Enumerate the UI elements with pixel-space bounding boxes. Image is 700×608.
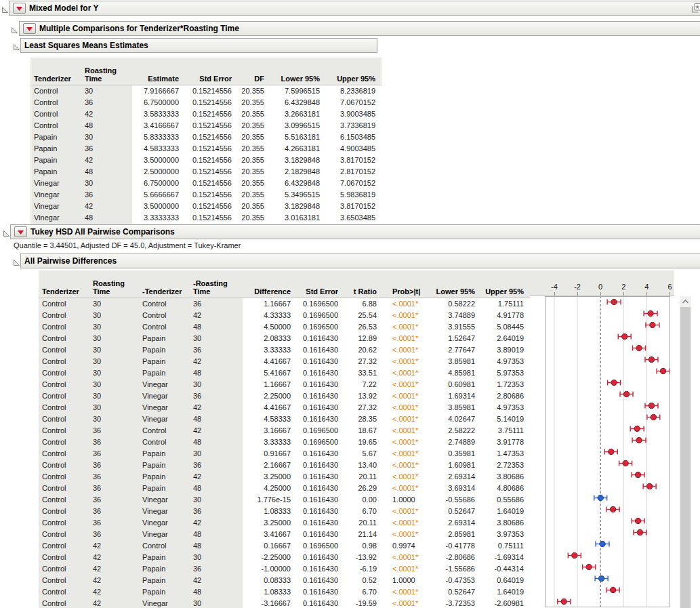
column-header[interactable]: Std Error: [185, 58, 238, 85]
difference-marker[interactable]: [651, 414, 656, 420]
disclosure-triangle-icon[interactable]: [13, 257, 20, 264]
table-row[interactable]: Vinegar483.33333330.1521455620.3553.0163…: [30, 212, 382, 224]
table-row[interactable]: Control36Vinegar301.776e-150.16164300.00…: [39, 494, 530, 506]
outline-bar-ls-means[interactable]: Least Squares Means Estimates: [20, 38, 377, 53]
column-header[interactable]: -Tenderizer: [139, 270, 190, 298]
table-row[interactable]: Control30Control424.333330.169650025.54<…: [39, 310, 530, 321]
table-row[interactable]: Control36Vinegar423.250000.161643020.11<…: [39, 517, 530, 529]
table-row[interactable]: Control42Papain420.083330.16164300.521.0…: [39, 575, 530, 586]
table-row[interactable]: Vinegar306.75000000.1521455620.3556.4329…: [30, 178, 382, 189]
scrollbar-up-button[interactable]: [680, 296, 691, 306]
column-header[interactable]: Tenderizer: [39, 270, 89, 298]
difference-marker[interactable]: [637, 529, 642, 535]
table-row[interactable]: Control30Papain363.333330.161643020.62<.…: [39, 344, 530, 356]
table-row[interactable]: Control30Control361.166670.16965006.88<.…: [39, 298, 530, 310]
column-header[interactable]: Upper 95%: [481, 270, 530, 298]
disclosure-triangle-icon[interactable]: [3, 228, 10, 235]
difference-marker[interactable]: [622, 333, 627, 339]
outline-bar-tukey[interactable]: Tukey HSD All Pairwise Comparisons: [10, 224, 700, 239]
difference-marker[interactable]: [611, 299, 617, 304]
red-triangle-menu-button[interactable]: [23, 23, 36, 34]
difference-marker[interactable]: [636, 437, 642, 443]
table-row[interactable]: Papain482.50000000.1521455620.3552.18298…: [30, 166, 382, 178]
table-row[interactable]: Control307.91666670.1521455620.3557.5996…: [30, 85, 382, 98]
difference-marker[interactable]: [634, 426, 640, 431]
difference-marker[interactable]: [598, 495, 603, 500]
column-header[interactable]: t Ratio: [344, 270, 383, 298]
difference-marker[interactable]: [635, 472, 640, 477]
table-row[interactable]: Control36Papain484.250000.161643026.29<.…: [39, 483, 530, 494]
table-row[interactable]: Control366.75000000.1521455620.3556.4329…: [30, 97, 382, 108]
difference-marker[interactable]: [660, 368, 665, 373]
difference-marker[interactable]: [635, 518, 640, 523]
difference-marker[interactable]: [611, 380, 617, 385]
table-row[interactable]: Control42Papain481.083330.16164306.70<.0…: [39, 586, 530, 598]
table-row[interactable]: Control30Vinegar424.416670.161643027.32<…: [39, 402, 530, 413]
difference-marker[interactable]: [623, 460, 628, 466]
table-row[interactable]: Control36Control483.333330.169650019.65<…: [39, 437, 530, 448]
table-row[interactable]: Control36Papain423.250000.161643020.11<.…: [39, 471, 530, 483]
column-header[interactable]: Std Error: [297, 270, 344, 298]
table-row[interactable]: Control42Control480.166670.16965000.980.…: [39, 540, 530, 552]
column-header[interactable]: Roasting Time: [89, 270, 139, 298]
column-header[interactable]: Estimate: [132, 58, 185, 85]
column-header[interactable]: DF: [238, 58, 270, 85]
table-row[interactable]: Control423.58333330.1521455620.3553.2663…: [30, 108, 382, 120]
table-row[interactable]: Vinegar423.50000000.1521455620.3553.1829…: [30, 201, 382, 212]
difference-marker[interactable]: [561, 599, 567, 604]
difference-marker[interactable]: [572, 552, 577, 558]
disclosure-triangle-icon[interactable]: [1, 4, 9, 12]
table-row[interactable]: Control30Papain302.083330.161643012.89<.…: [39, 333, 530, 344]
column-header[interactable]: Lower 95%: [430, 270, 481, 298]
table-row[interactable]: Control36Vinegar483.416670.161643021.14<…: [39, 529, 530, 540]
confidence-interval-plot[interactable]: [530, 296, 674, 607]
column-header[interactable]: Tenderizer: [30, 58, 81, 85]
red-triangle-menu-button[interactable]: [13, 3, 26, 14]
difference-marker[interactable]: [650, 322, 655, 327]
table-row[interactable]: Vinegar365.66666670.1521455620.3555.3496…: [30, 189, 382, 201]
table-row[interactable]: Control36Papain362.166670.161643013.40<.…: [39, 460, 530, 471]
disclosure-triangle-icon[interactable]: [11, 24, 18, 32]
column-header[interactable]: Difference: [243, 270, 297, 298]
difference-marker[interactable]: [623, 391, 629, 397]
table-row[interactable]: Control30Vinegar301.166670.16164307.22<.…: [39, 379, 530, 390]
outline-bar-all-pairwise[interactable]: All Pairwise Differences: [20, 254, 700, 268]
column-header[interactable]: Upper 95%: [326, 58, 382, 85]
difference-marker[interactable]: [648, 403, 654, 408]
table-row[interactable]: Control36Papain300.916670.16164305.67<.0…: [39, 448, 530, 460]
vertical-scrollbar[interactable]: [680, 296, 691, 608]
outline-bar-mixed-model[interactable]: Mixed Model for Y: [9, 1, 700, 16]
table-row[interactable]: Control36Control423.166670.169650018.67<…: [39, 425, 530, 437]
outline-bar-multiple-comparisons[interactable]: Multiple Comparisons for Tenderizer*Roas…: [19, 21, 700, 36]
difference-marker[interactable]: [636, 345, 642, 350]
report-star-icon[interactable]: [689, 3, 700, 14]
table-row[interactable]: Papain423.50000000.1521455620.3553.18298…: [30, 155, 382, 166]
difference-marker[interactable]: [610, 506, 615, 512]
table-row[interactable]: Control30Control484.500000.169650026.53<…: [39, 321, 530, 333]
table-row[interactable]: Control42Papain30-2.250000.1616430-13.92…: [39, 552, 530, 563]
table-row[interactable]: Papain305.83333330.1521455620.3555.51631…: [30, 131, 382, 143]
difference-marker[interactable]: [586, 564, 592, 569]
table-row[interactable]: Control30Vinegar362.250000.161643013.92<…: [39, 390, 530, 402]
column-header[interactable]: Roasting Time: [81, 58, 132, 85]
difference-marker[interactable]: [609, 449, 614, 454]
table-row[interactable]: Control30Vinegar484.583330.161643028.35<…: [39, 413, 530, 425]
scrollbar-thumb[interactable]: [680, 307, 691, 608]
difference-marker[interactable]: [598, 575, 604, 581]
difference-marker[interactable]: [600, 541, 605, 546]
disclosure-triangle-icon[interactable]: [13, 41, 20, 49]
difference-marker[interactable]: [646, 483, 652, 489]
column-header[interactable]: -Roasting Time: [190, 270, 243, 298]
difference-marker[interactable]: [648, 310, 653, 316]
table-row[interactable]: Control42Vinegar30-3.166670.1616430-19.5…: [39, 598, 530, 608]
difference-marker[interactable]: [648, 357, 654, 362]
red-triangle-menu-button[interactable]: [14, 226, 27, 237]
table-row[interactable]: Papain364.58333330.1521455620.3554.26631…: [30, 143, 382, 155]
column-header[interactable]: Lower 95%: [270, 58, 326, 85]
table-row[interactable]: Control36Vinegar361.083330.16164306.70<.…: [39, 506, 530, 517]
table-row[interactable]: Control483.41666670.1521455620.3553.0996…: [30, 120, 382, 131]
table-row[interactable]: Control30Papain485.416670.161643033.51<.…: [39, 367, 530, 379]
table-row[interactable]: Control30Papain424.416670.161643027.32<.…: [39, 356, 530, 367]
difference-marker[interactable]: [610, 587, 615, 592]
column-header[interactable]: Prob>|t|: [383, 270, 430, 298]
